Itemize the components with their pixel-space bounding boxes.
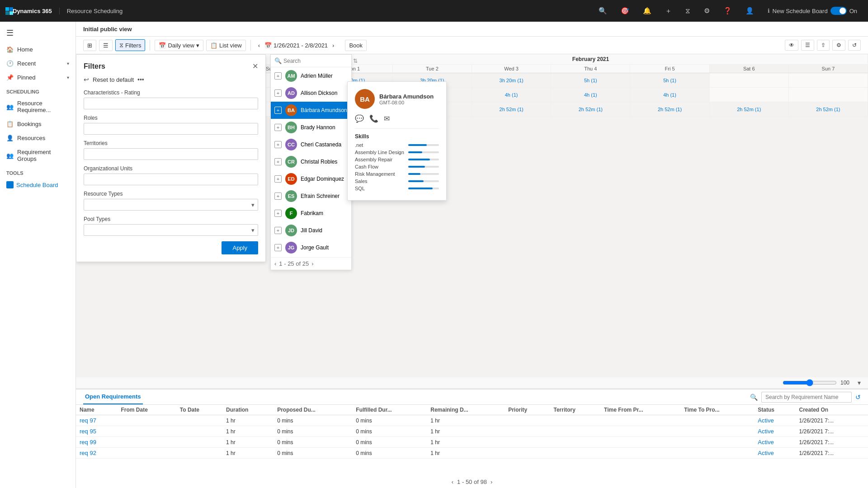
zoom-slider[interactable] xyxy=(783,379,837,386)
list-item[interactable]: + ES Efrain Schreiner xyxy=(271,188,351,205)
list-item[interactable]: + CR Christal Robles xyxy=(271,153,351,170)
cell-sat6-r3[interactable]: 2h 52m (1) xyxy=(710,102,789,116)
sort-icon[interactable]: ⇅ xyxy=(353,58,358,64)
resource-search-popup: 🔍 ⇅ + AM Adrien Müller + AD Allison Dick… xyxy=(270,54,352,270)
sidebar-item-bookings[interactable]: 📋 Bookings xyxy=(0,117,75,131)
resource-name-label: Adrien Müller xyxy=(301,73,333,79)
list-item[interactable]: + JD Jill David xyxy=(271,222,351,239)
list-item[interactable]: + JG Jorge Gault xyxy=(271,239,351,256)
user-icon[interactable]: 👤 xyxy=(745,7,754,15)
sidebar: ☰ 🏠 Home 🕐 Recent ▾ 📌 Pinned ▾ Schedulin… xyxy=(0,22,76,488)
email-icon[interactable]: ✉ xyxy=(384,114,390,123)
column-settings-button[interactable]: ☰ xyxy=(801,40,814,51)
prev-page-icon[interactable]: ‹ xyxy=(274,260,276,267)
day-fri-5: Fri 5 xyxy=(630,65,709,73)
toggle-switch[interactable] xyxy=(830,7,847,15)
list-item[interactable]: + ED Edgar Dominquez xyxy=(271,170,351,188)
refresh-requirements-icon[interactable]: ↺ xyxy=(855,394,861,401)
apply-button[interactable]: Apply xyxy=(222,241,258,254)
status-badge[interactable]: Active xyxy=(758,450,774,456)
org-units-input[interactable] xyxy=(84,174,258,185)
list-view-icon-button[interactable]: ☰ xyxy=(99,40,113,51)
schedule-area: January 2021 February 2021 Fri 29 Sat 30… xyxy=(76,54,868,389)
resource-name-label: Edgar Dominquez xyxy=(301,176,344,182)
expand-icon[interactable]: ▾ xyxy=(858,379,861,386)
cell-name: req 95 xyxy=(76,426,117,437)
cell-wed3-r3[interactable]: 2h 52m (1) xyxy=(472,102,551,116)
status-badge[interactable]: Active xyxy=(758,439,774,446)
list-item[interactable]: + BH Brady Hannon xyxy=(271,119,351,136)
reset-to-default-button[interactable]: Reset to default xyxy=(93,76,134,83)
filters-button[interactable]: ⧖ Filters xyxy=(115,39,145,51)
sidebar-item-requirement-groups[interactable]: 👥 Requirement Groups xyxy=(0,145,75,166)
resource-types-select[interactable] xyxy=(84,199,258,211)
sidebar-item-recent[interactable]: 🕐 Recent ▾ xyxy=(0,56,75,70)
list-view-button[interactable]: 📋 List view xyxy=(206,40,246,51)
prev-page-button[interactable]: ‹ xyxy=(452,479,453,485)
cell-fri5-r2[interactable]: 4h (1) xyxy=(630,88,709,102)
territories-input[interactable] xyxy=(84,148,258,160)
top-nav-right: 🔍 🎯 🔔 ＋ ⧖ ⚙ ❓ 👤 ℹ New Schedule Board On xyxy=(599,7,863,15)
sidebar-item-resources[interactable]: 👤 Resources xyxy=(0,131,75,145)
filter-icon[interactable]: ⧖ xyxy=(685,7,690,15)
cell-thu4-r1[interactable]: 5h (1) xyxy=(551,73,630,87)
requirement-link[interactable]: req 97 xyxy=(80,417,96,424)
requirement-link[interactable]: req 92 xyxy=(80,450,96,456)
refresh-button[interactable]: ↺ xyxy=(848,40,861,51)
help-icon[interactable]: ❓ xyxy=(723,7,732,15)
chat-icon[interactable]: 💬 xyxy=(355,114,364,123)
cell-sun7-r3[interactable]: 2h 52m (1) xyxy=(789,102,868,116)
cell-fri5-r3[interactable]: 2h 52m (1) xyxy=(630,102,709,116)
more-options-icon[interactable]: ••• xyxy=(137,76,144,83)
requirement-link[interactable]: req 99 xyxy=(80,439,96,446)
sidebar-recent-label: Recent xyxy=(17,60,36,67)
daily-view-button[interactable]: 📅 Daily view ▾ xyxy=(155,40,203,51)
prev-date-button[interactable]: ‹ xyxy=(255,41,263,50)
sidebar-item-home[interactable]: 🏠 Home xyxy=(0,42,75,56)
cell-thu4-r2[interactable]: 4h (1) xyxy=(551,88,630,102)
add-resource-icon: + xyxy=(274,89,282,97)
hamburger-menu[interactable]: ☰ xyxy=(0,23,75,42)
cell-wed3-r2[interactable]: 4h (1) xyxy=(472,88,551,102)
settings-button[interactable]: ⚙ xyxy=(832,40,845,51)
list-item[interactable]: + F Fabrikam xyxy=(271,205,351,222)
bell-icon[interactable]: 🔔 xyxy=(643,7,651,15)
skill-name-label: SQL xyxy=(355,186,405,191)
sidebar-item-resource-requirements[interactable]: 👥 Resource Requireme... xyxy=(0,96,75,117)
cell-remaining-dur: 1 hr xyxy=(427,426,505,437)
list-item[interactable]: + AM Adrien Müller xyxy=(271,67,351,84)
search-icon[interactable]: 🔍 xyxy=(599,7,607,15)
phone-icon[interactable]: 📞 xyxy=(369,114,378,123)
status-badge[interactable]: Active xyxy=(758,417,774,424)
next-date-button[interactable]: › xyxy=(330,41,337,50)
list-item[interactable]: + AD Allison Dickson xyxy=(271,84,351,102)
characteristics-input[interactable] xyxy=(84,98,258,109)
settings-icon[interactable]: ⚙ xyxy=(704,7,710,15)
next-page-icon[interactable]: › xyxy=(311,260,313,267)
filters-close-button[interactable]: ✕ xyxy=(252,62,258,70)
share-button[interactable]: ⇧ xyxy=(817,40,830,51)
search-requirement-input[interactable] xyxy=(761,392,852,403)
cell-wed3-r1[interactable]: 3h 20m (1) xyxy=(472,73,551,87)
skill-bar-fill xyxy=(408,151,422,153)
list-item[interactable]: + BA Bárbara Amundson xyxy=(271,102,351,119)
book-button[interactable]: Book xyxy=(345,40,367,51)
page-title: Initial public view xyxy=(83,26,132,33)
resource-view-button[interactable]: 👁 xyxy=(785,40,798,51)
cell-thu4-r3[interactable]: 2h 52m (1) xyxy=(551,102,630,116)
next-page-button[interactable]: › xyxy=(491,479,492,485)
resource-search-input[interactable] xyxy=(283,58,351,64)
undo-icon: ↩ xyxy=(84,76,89,83)
sidebar-item-schedule-board[interactable]: Schedule Board xyxy=(0,178,75,192)
status-badge[interactable]: Active xyxy=(758,428,774,435)
target-icon[interactable]: 🎯 xyxy=(621,7,629,15)
sidebar-item-pinned[interactable]: 📌 Pinned ▾ xyxy=(0,70,75,84)
list-item[interactable]: + CC Cheri Castaneda xyxy=(271,136,351,153)
pool-types-select[interactable] xyxy=(84,224,258,236)
roles-input[interactable] xyxy=(84,123,258,135)
cell-fri5-r1[interactable]: 5h (1) xyxy=(630,73,709,87)
grid-view-button[interactable]: ⊞ xyxy=(83,40,96,51)
open-requirements-tab[interactable]: Open Requirements xyxy=(83,389,143,404)
plus-icon[interactable]: ＋ xyxy=(665,7,672,15)
requirement-link[interactable]: req 95 xyxy=(80,428,96,435)
